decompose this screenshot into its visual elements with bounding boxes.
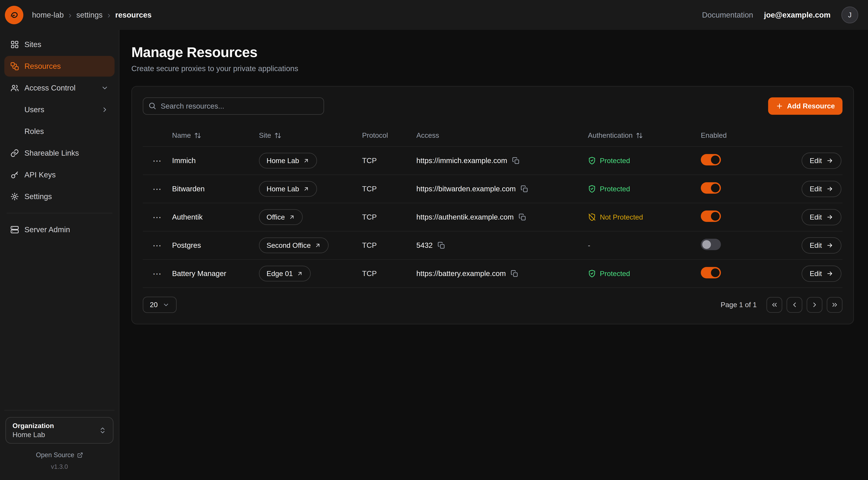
auth-status: Protected	[588, 270, 701, 278]
resources-card: Add Resource Name Site	[131, 86, 854, 324]
auth-status-label: Protected	[600, 157, 630, 165]
site-link-button[interactable]: Second Office	[259, 237, 329, 253]
user-email[interactable]: joe@example.com	[764, 11, 831, 19]
col-header-label: Access	[416, 131, 439, 139]
organization-selector[interactable]: Organization Home Lab	[5, 417, 114, 444]
site-link-button[interactable]: Home Lab	[259, 181, 317, 197]
copy-button[interactable]	[437, 242, 445, 249]
page-size-select[interactable]: 20	[143, 297, 177, 313]
enabled-toggle[interactable]	[701, 210, 721, 222]
sidebar-item-roles[interactable]: Roles	[4, 121, 115, 142]
arrow-up-right-icon	[297, 270, 303, 277]
search-input[interactable]	[143, 97, 324, 115]
sort-icon[interactable]	[636, 132, 643, 139]
add-resource-button[interactable]: Add Resource	[768, 97, 842, 115]
chevrons-left-icon	[771, 301, 778, 309]
arrow-right-icon	[826, 185, 833, 192]
search-icon	[148, 102, 156, 110]
page-info: Page 1 of 1	[721, 301, 757, 309]
breadcrumb-org[interactable]: home-lab	[32, 11, 64, 19]
sort-icon[interactable]	[194, 132, 201, 139]
auth-status: -	[588, 241, 701, 249]
sidebar-item-server-admin[interactable]: Server Admin	[4, 219, 115, 240]
col-header-site[interactable]: Site	[259, 131, 362, 139]
breadcrumb-settings[interactable]: settings	[76, 11, 102, 19]
edit-button[interactable]: Edit	[802, 237, 841, 253]
row-menu-button[interactable]: ⋯	[143, 269, 172, 279]
resource-access-url[interactable]: https://authentik.example.com	[416, 213, 514, 221]
table-row: ⋯ Immich Home Lab TCP https://immich.exa…	[143, 146, 842, 175]
sidebar-item-access-control[interactable]: Access Control	[4, 78, 115, 98]
sidebar-item-label: Settings	[24, 192, 108, 201]
edit-button[interactable]: Edit	[802, 209, 841, 226]
arrow-right-icon	[826, 214, 833, 221]
sidebar-item-label: Server Admin	[24, 226, 108, 234]
resource-access-port[interactable]: 5432	[416, 241, 433, 249]
sidebar-item-api-keys[interactable]: API Keys	[4, 164, 115, 185]
col-header-protocol: Protocol	[362, 131, 416, 139]
sidebar-item-settings[interactable]: Settings	[4, 186, 115, 207]
next-page-button[interactable]	[807, 297, 823, 313]
row-menu-button[interactable]: ⋯	[143, 156, 172, 166]
table-row: ⋯ Authentik Office TCP https://authentik…	[143, 203, 842, 231]
row-menu-button[interactable]: ⋯	[143, 212, 172, 222]
site-link-button[interactable]: Office	[259, 209, 303, 225]
grid-icon	[10, 40, 19, 49]
row-menu-button[interactable]: ⋯	[143, 184, 172, 194]
enabled-toggle[interactable]	[701, 182, 721, 194]
site-link-button[interactable]: Home Lab	[259, 153, 317, 169]
edit-button[interactable]: Edit	[802, 181, 841, 197]
copy-button[interactable]	[512, 157, 520, 164]
resource-access-url[interactable]: https://immich.example.com	[416, 156, 507, 165]
chevron-down-icon	[162, 301, 169, 308]
last-page-button[interactable]	[827, 297, 842, 313]
documentation-link[interactable]: Documentation	[702, 11, 753, 19]
copy-button[interactable]	[510, 270, 518, 277]
row-menu-button[interactable]: ⋯	[143, 240, 172, 250]
copy-button[interactable]	[521, 185, 528, 193]
copy-button[interactable]	[519, 213, 526, 221]
add-resource-label: Add Resource	[787, 102, 835, 110]
previous-page-button[interactable]	[786, 297, 802, 313]
site-link-button[interactable]: Edge 01	[259, 266, 311, 281]
resource-access-url[interactable]: https://bitwarden.example.com	[416, 185, 516, 193]
sidebar-item-sites[interactable]: Sites	[4, 34, 115, 55]
edit-button[interactable]: Edit	[802, 153, 841, 169]
first-page-button[interactable]	[767, 297, 782, 313]
enabled-toggle[interactable]	[701, 267, 721, 278]
resource-protocol: TCP	[362, 241, 416, 249]
organization-label: Organization	[12, 422, 99, 430]
col-header-authentication[interactable]: Authentication	[588, 131, 701, 139]
resource-protocol: TCP	[362, 156, 416, 165]
enabled-toggle[interactable]	[701, 154, 721, 166]
sidebar: Sites Resources Access Control Users Rol…	[0, 30, 119, 480]
breadcrumb: home-lab › settings › resources	[32, 11, 152, 19]
shield-check-icon	[588, 270, 596, 278]
shield-check-icon	[588, 156, 596, 165]
sidebar-item-shareable-links[interactable]: Shareable Links	[4, 143, 115, 163]
server-icon	[10, 226, 19, 234]
resource-access-url[interactable]: https://battery.example.com	[416, 269, 506, 278]
enabled-toggle[interactable]	[701, 239, 721, 250]
site-name: Home Lab	[267, 185, 299, 193]
arrow-up-right-icon	[303, 157, 309, 164]
toggle-knob	[711, 155, 720, 164]
auth-status-label: -	[588, 241, 590, 249]
open-source-link[interactable]: Open Source	[5, 451, 114, 459]
sidebar-item-resources[interactable]: Resources	[4, 56, 115, 77]
sidebar-bottom: Organization Home Lab Open Source v1.3.0	[4, 410, 115, 476]
app-logo[interactable]	[5, 6, 23, 24]
resource-name: Battery Manager	[172, 269, 259, 278]
arrow-right-icon	[826, 157, 833, 164]
avatar[interactable]: J	[841, 6, 858, 23]
col-header-name[interactable]: Name	[172, 131, 259, 139]
resource-protocol: TCP	[362, 185, 416, 193]
arrow-up-right-icon	[314, 242, 321, 249]
sidebar-item-users[interactable]: Users	[4, 99, 115, 120]
edit-button[interactable]: Edit	[802, 266, 841, 282]
gear-icon	[10, 192, 19, 201]
users-icon	[10, 84, 19, 92]
sort-icon[interactable]	[274, 132, 281, 139]
auth-status-label: Protected	[600, 270, 630, 278]
search-wrap	[143, 97, 324, 115]
